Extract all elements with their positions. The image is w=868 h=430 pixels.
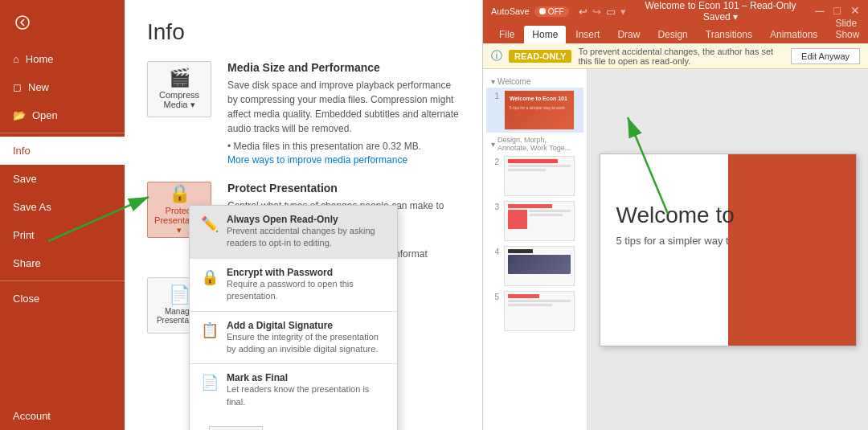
autosave-toggle[interactable]: OFF <box>534 6 569 17</box>
slide-main-subtitle: 5 tips for a simpler way t <box>616 235 729 247</box>
dropdown-item-signature[interactable]: 📋 Add a Digital Signature Ensure the int… <box>190 312 397 364</box>
history-button[interactable]: History <box>209 426 263 430</box>
slide-item-3[interactable]: 3 <box>486 199 583 244</box>
more-icon[interactable]: ▾ <box>620 6 626 18</box>
final-desc: Let readers know the presentation is fin… <box>227 383 386 408</box>
chevron-icon-2: ▾ <box>491 140 495 149</box>
open-icon: 📂 <box>13 109 26 121</box>
sidebar-share-label: Share <box>13 257 41 269</box>
compress-label: CompressMedia ▾ <box>159 90 199 110</box>
title-bar: AutoSave OFF ↩ ↪ ▭ ▾ Welcome to Econ 101… <box>483 0 868 23</box>
slides-area: ▾ Welcome 1 Welcome to Econ 101 5 tips f… <box>483 69 868 430</box>
sidebar-item-open[interactable]: 📂 Open <box>0 101 125 129</box>
slide-num-4: 4 <box>489 246 499 256</box>
info-icon: ⓘ <box>491 49 502 63</box>
tab-transitions[interactable]: Transitions <box>698 26 760 43</box>
slide-thumb-3 <box>504 201 575 241</box>
minimize-button[interactable]: ─ <box>815 4 824 18</box>
slide-num-5: 5 <box>489 291 499 301</box>
slide-title-text-1: Welcome to Econ 101 <box>510 96 567 101</box>
sidebar-item-home[interactable]: ⌂ Home <box>0 45 125 73</box>
ribbon-tabs: File Home Insert Draw Design Transitions… <box>483 23 868 43</box>
password-icon: 🔒 <box>201 268 219 286</box>
tab-draw[interactable]: Draw <box>609 26 648 43</box>
readonly-desc: Prevent accidental changes by asking rea… <box>227 225 386 250</box>
readonly-content: Always Open Read-Only Prevent accidental… <box>227 214 386 250</box>
tab-design[interactable]: Design <box>649 26 695 43</box>
group-welcome-label: Welcome <box>497 77 531 86</box>
group-design-label: Design, Morph, Annotate, Work Toge... <box>497 136 579 152</box>
final-title: Mark as Final <box>227 372 386 383</box>
media-size-desc: Save disk space and improve playback per… <box>227 78 460 136</box>
slide-item-4[interactable]: 4 <box>486 244 583 289</box>
slide-item-5[interactable]: 5 <box>486 289 583 334</box>
media-performance-link[interactable]: More ways to improve media performance <box>227 154 407 166</box>
slide-main-title: Welcome to <box>616 203 735 228</box>
compress-media-button[interactable]: 🎬 CompressMedia ▾ <box>147 61 211 117</box>
password-title: Encrypt with Password <box>227 267 386 278</box>
readonly-title: Always Open Read-Only <box>227 214 386 225</box>
redo-icon[interactable]: ↪ <box>592 6 601 18</box>
sidebar-open-label: Open <box>32 109 58 121</box>
right-panel: AutoSave OFF ↩ ↪ ▭ ▾ Welcome to Econ 101… <box>482 0 868 430</box>
autosave-state: OFF <box>548 7 564 16</box>
new-icon: ◻ <box>13 81 22 93</box>
sidebar-item-new[interactable]: ◻ New <box>0 73 125 101</box>
slide-bg-shape <box>728 154 856 346</box>
main-slide-preview: Welcome to 5 tips for a simpler way t P <box>588 69 868 430</box>
dropdown-item-readonly[interactable]: ✏️ Always Open Read-Only Prevent acciden… <box>190 206 397 258</box>
left-panel: ⌂ Home ◻ New 📂 Open Info Save Save As Pr… <box>0 0 482 430</box>
sidebar-item-share[interactable]: Share <box>0 249 125 277</box>
slide-thumb-4 <box>504 246 575 286</box>
sidebar-save-label: Save <box>13 173 37 185</box>
signature-title: Add a Digital Signature <box>227 320 386 331</box>
signature-desc: Ensure the integrity of the presentation… <box>227 331 386 356</box>
slide-thumb-1: Welcome to Econ 101 5 tips for a simpler… <box>504 90 575 130</box>
slide-item-2[interactable]: 2 <box>486 154 583 199</box>
sidebar-divider-2 <box>0 281 125 281</box>
title-bar-left: AutoSave OFF ↩ ↪ ▭ ▾ <box>491 6 626 18</box>
sidebar-divider-1 <box>0 133 125 133</box>
compress-icon: 🎬 <box>169 69 190 87</box>
history-row: History <box>190 416 397 430</box>
sidebar-item-account[interactable]: Account <box>0 402 125 430</box>
protect-dropdown-menu: ✏️ Always Open Read-Only Prevent acciden… <box>189 205 398 430</box>
chevron-icon: ▾ <box>491 77 495 86</box>
sidebar-bottom: Account <box>0 402 125 430</box>
tab-home[interactable]: Home <box>524 26 566 43</box>
sidebar-account-label: Account <box>13 410 51 422</box>
presenter-icon[interactable]: ▭ <box>606 6 616 18</box>
slide-num-2: 2 <box>489 156 499 166</box>
edit-anyway-button[interactable]: Edit Anyway <box>791 48 860 64</box>
sidebar-info-label: Info <box>13 145 31 157</box>
lock-icon: 🔒 <box>169 185 190 203</box>
slide-num-3: 3 <box>489 201 499 211</box>
slide-item-1[interactable]: 1 Welcome to Econ 101 5 tips for a simpl… <box>486 88 583 133</box>
dropdown-item-final[interactable]: 📄 Mark as Final Let readers know the pre… <box>190 364 397 416</box>
sidebar-home-label: Home <box>26 53 54 65</box>
tab-slideshow[interactable]: Slide Show <box>827 14 867 43</box>
slide-sub-text-1: 5 tips for a simpler way to work <box>510 105 565 110</box>
readonly-badge: READ-ONLY <box>509 50 571 63</box>
sidebar-item-saveas[interactable]: Save As <box>0 193 125 221</box>
manage-icon: 📄 <box>169 286 190 304</box>
readonly-bar: ⓘ READ-ONLY To prevent accidental change… <box>483 43 868 69</box>
back-button[interactable] <box>6 6 39 39</box>
sidebar-item-close[interactable]: Close <box>0 285 125 313</box>
svg-point-0 <box>16 16 29 29</box>
media-size-text: Media Size and Performance Save disk spa… <box>227 61 460 166</box>
sidebar-item-save[interactable]: Save <box>0 165 125 193</box>
home-icon: ⌂ <box>13 53 19 65</box>
slide-group-welcome: ▾ Welcome <box>486 74 583 88</box>
sidebar-item-print[interactable]: Print <box>0 221 125 249</box>
tab-insert[interactable]: Insert <box>567 26 608 43</box>
slide-group-design: ▾ Design, Morph, Annotate, Work Toge... <box>486 133 583 154</box>
tab-animations[interactable]: Animations <box>762 26 825 43</box>
final-content: Mark as Final Let readers know the prese… <box>227 372 386 408</box>
powerpoint-logo: P <box>799 274 831 330</box>
signature-content: Add a Digital Signature Ensure the integ… <box>227 320 386 356</box>
dropdown-item-password[interactable]: 🔒 Encrypt with Password Require a passwo… <box>190 259 397 311</box>
sidebar-item-info[interactable]: Info <box>0 137 125 165</box>
tab-file[interactable]: File <box>491 26 522 43</box>
undo-icon[interactable]: ↩ <box>579 6 588 18</box>
